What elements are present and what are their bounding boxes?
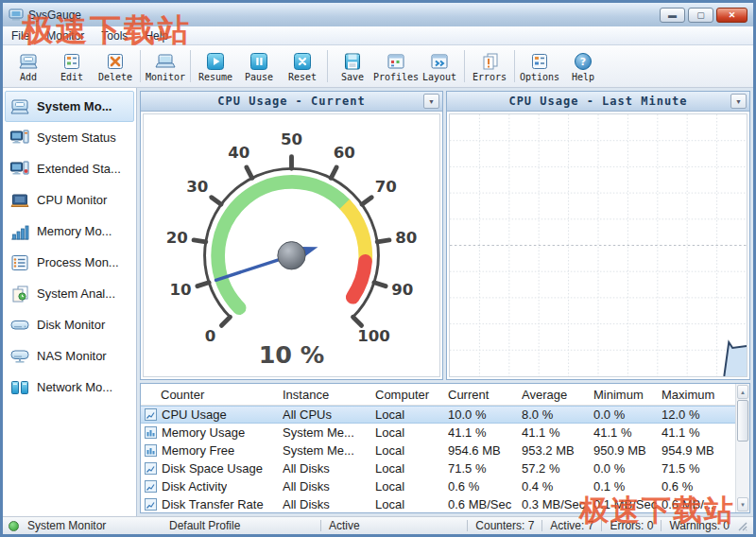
scrollbar-track[interactable] <box>736 442 749 496</box>
sidebar-item-system-analysis[interactable]: System Anal... <box>5 278 134 309</box>
sidebar-item-extended-status[interactable]: Extended Sta... <box>5 153 134 184</box>
chart-panel-dropdown-button[interactable]: ▼ <box>730 94 747 109</box>
table-scrollbar[interactable]: ▲ ▼ <box>735 384 749 512</box>
minimum-cell: 0.0 % <box>593 461 662 476</box>
edit-icon <box>61 51 82 72</box>
table-row[interactable]: Disk Transfer Rate All Disks Local 0.6 M… <box>141 495 749 513</box>
sidebar-label: NAS Monitor <box>37 349 107 363</box>
table-row[interactable]: Disk Activity All Disks Local 0.6 % 0.4 … <box>141 477 749 495</box>
save-button[interactable]: Save <box>331 46 374 86</box>
svg-text:100: 100 <box>357 327 390 345</box>
layout-button[interactable]: Layout <box>418 46 461 86</box>
menu-file[interactable]: File <box>3 27 38 44</box>
counter-name: Disk Activity <box>162 479 227 494</box>
monitor-button[interactable]: Monitor <box>144 46 187 86</box>
sidebar-item-memory-monitor[interactable]: Memory Mo... <box>5 216 134 247</box>
instance-cell: All Disks <box>283 461 375 476</box>
computer-cell: Local <box>375 497 448 511</box>
app-icon <box>9 8 24 23</box>
system-status-icon <box>9 128 30 148</box>
reset-button[interactable]: Reset <box>281 46 324 86</box>
col-minimum[interactable]: Minimum <box>593 388 662 402</box>
sidebar-item-system-monitor[interactable]: System Mo... <box>5 91 134 122</box>
gauge-panel-dropdown-button[interactable]: ▼ <box>423 94 439 109</box>
col-computer[interactable]: Computer <box>375 388 448 402</box>
table-header-row: Counter Instance Computer Current Averag… <box>141 384 749 406</box>
status-state: Active <box>329 519 360 532</box>
table-row[interactable]: Disk Space Usage All Disks Local 71.5 % … <box>141 459 749 477</box>
instance-cell: System Me... <box>283 443 375 458</box>
col-counter[interactable]: Counter <box>141 388 283 402</box>
table-row[interactable]: Memory Free System Me... Local 954.6 MB … <box>141 442 749 459</box>
sidebar-label: System Status <box>37 130 116 145</box>
pause-label: Pause <box>245 72 273 82</box>
menu-monitor[interactable]: Monitor <box>38 27 93 44</box>
options-button[interactable]: Options <box>518 46 561 86</box>
gauge-band-green <box>218 182 345 307</box>
process-monitor-icon <box>9 252 30 273</box>
pause-button[interactable]: Pause <box>237 46 281 86</box>
sidebar-item-cpu-monitor[interactable]: CPU Monitor <box>5 184 134 216</box>
resize-grip[interactable] <box>737 521 747 531</box>
chevron-down-icon: ▼ <box>428 98 435 105</box>
sidebar-item-process-monitor[interactable]: Process Mon... <box>5 247 134 278</box>
svg-text:80: 80 <box>395 229 417 247</box>
network-monitor-icon <box>9 377 30 398</box>
table-row[interactable]: CPU Usage All CPUs Local 10.0 % 8.0 % 0.… <box>141 406 749 424</box>
resume-label: Resume <box>198 72 232 82</box>
maximum-cell: 0.6 MB/... <box>662 497 734 511</box>
svg-text:40: 40 <box>228 144 249 162</box>
svg-text:50: 50 <box>281 130 302 148</box>
gauge-hub <box>278 242 305 269</box>
gauge-band-red <box>352 261 365 297</box>
monitor-icon <box>155 51 176 72</box>
current-cell: 0.6 MB/Sec <box>448 497 522 511</box>
minimum-cell: 41.1 % <box>593 425 662 440</box>
resume-button[interactable]: Resume <box>194 46 237 86</box>
help-button[interactable]: ? Help <box>561 46 605 86</box>
maximize-button[interactable]: ▢ <box>688 8 713 23</box>
sidebar-item-nas-monitor[interactable]: NAS Monitor <box>5 340 134 372</box>
col-current[interactable]: Current <box>448 388 522 402</box>
sidebar-item-disk-monitor[interactable]: Disk Monitor <box>5 309 134 340</box>
edit-button[interactable]: Edit <box>50 46 94 86</box>
chart-panel-body <box>449 113 747 377</box>
sidebar-item-system-status[interactable]: System Status <box>5 122 134 153</box>
status-profile: Default Profile <box>169 519 313 532</box>
gauge-panel-title: CPU Usage - Current <box>217 95 365 108</box>
extended-status-icon <box>9 159 30 180</box>
col-maximum[interactable]: Maximum <box>662 388 734 402</box>
scrollbar-thumb[interactable] <box>737 400 748 442</box>
counter-icon <box>145 462 157 475</box>
menu-tools[interactable]: Tools <box>93 27 136 44</box>
profiles-button[interactable]: Profiles <box>374 46 418 86</box>
counters-table: Counter Instance Computer Current Averag… <box>140 383 750 513</box>
instance-cell: All Disks <box>283 497 375 511</box>
average-cell: 8.0 % <box>522 407 593 422</box>
counter-name: Disk Transfer Rate <box>162 497 264 511</box>
cpu-history-chart <box>450 114 747 376</box>
errors-button[interactable]: Errors <box>468 46 511 86</box>
col-average[interactable]: Average <box>522 388 593 402</box>
add-button[interactable]: Add <box>7 46 50 86</box>
menu-help[interactable]: Help <box>136 27 177 44</box>
minimum-cell: 0.1 MB/Sec <box>593 497 662 511</box>
table-row[interactable]: Memory Usage System Me... Local 41.1 % 4… <box>141 424 749 442</box>
layout-icon <box>429 51 450 72</box>
status-counters: Counters: 7 <box>475 519 534 532</box>
sidebar-label: CPU Monitor <box>37 193 107 207</box>
minimize-button[interactable]: ▬ <box>660 8 685 23</box>
sidebar-item-network-monitor[interactable]: Network Mo... <box>5 372 134 403</box>
gauge-panel-body: 0 10 20 30 40 50 60 70 80 90 100 <box>143 113 440 377</box>
scroll-down-icon[interactable]: ▼ <box>737 497 748 511</box>
computer-cell: Local <box>375 407 448 422</box>
col-instance[interactable]: Instance <box>283 388 375 402</box>
errors-icon <box>479 51 500 72</box>
scroll-up-icon[interactable]: ▲ <box>737 385 748 399</box>
minimum-cell: 0.0 % <box>593 407 662 422</box>
close-button[interactable]: ✕ <box>716 8 747 23</box>
delete-button[interactable]: Delete <box>94 46 137 86</box>
system-analysis-icon <box>9 284 30 304</box>
reset-label: Reset <box>288 72 317 82</box>
minimum-cell: 950.9 MB <box>593 443 662 458</box>
